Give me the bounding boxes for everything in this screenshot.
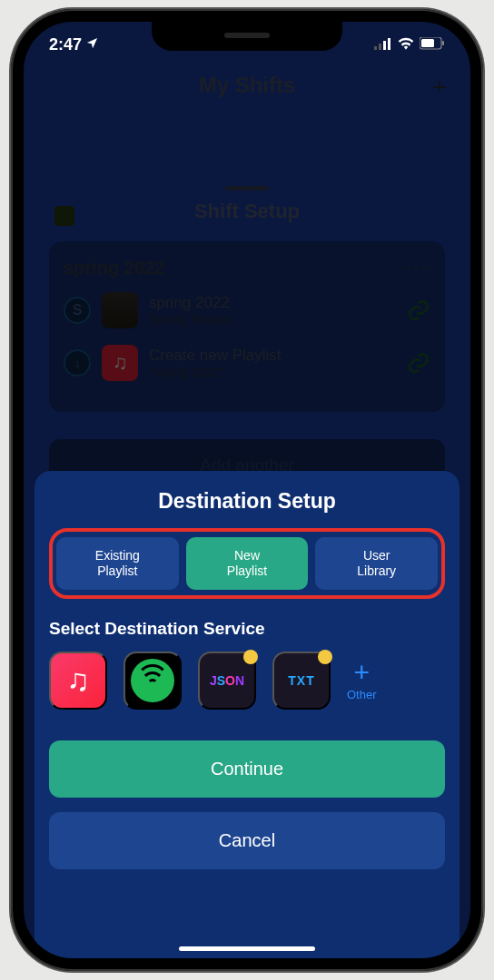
source-title: spring 2022 — [149, 294, 396, 312]
premium-badge-icon — [318, 650, 332, 664]
service-spotify[interactable] — [124, 652, 182, 710]
service-other[interactable]: + Other — [347, 659, 377, 701]
overlay-title: Destination Setup — [49, 489, 445, 514]
premium-badge-icon — [243, 650, 258, 664]
link-icon[interactable] — [407, 299, 430, 322]
json-icon: JSON — [210, 673, 244, 688]
home-indicator[interactable] — [179, 946, 315, 951]
service-json[interactable]: JSON — [198, 652, 256, 710]
battery-icon — [420, 35, 445, 54]
segment-user-library[interactable]: User Library — [315, 537, 438, 590]
notch — [152, 22, 342, 51]
segment-control: Existing Playlist New Playlist User Libr… — [56, 537, 438, 590]
svg-rect-1 — [379, 44, 381, 50]
svg-rect-3 — [388, 38, 390, 50]
playlist-thumbnail — [102, 292, 138, 328]
connector-line — [90, 318, 92, 363]
segment-existing-playlist[interactable]: Existing Playlist — [56, 537, 179, 590]
music-note-icon: ♫ — [66, 662, 90, 698]
source-row[interactable]: S spring 2022 Spotify Playlist — [64, 292, 430, 328]
txt-icon: TXT — [288, 673, 314, 688]
wifi-icon — [398, 35, 414, 54]
phone-screen: 2:47 My Shifts + — [24, 22, 470, 958]
service-txt[interactable]: TXT — [272, 652, 331, 710]
shift-card: spring 2022 ••• S spring 2022 Spotify Pl… — [49, 241, 445, 412]
destination-row[interactable]: ↓ ♫ Create new Playlist "spring 2022" — [64, 345, 430, 381]
other-label: Other — [347, 688, 377, 701]
svg-rect-2 — [383, 41, 386, 50]
segment-new-playlist[interactable]: New Playlist — [186, 537, 309, 590]
plus-icon[interactable]: + — [432, 73, 447, 102]
cancel-button[interactable]: Cancel — [49, 812, 445, 869]
highlight-annotation: Existing Playlist New Playlist User Libr… — [49, 528, 445, 599]
source-badge-icon: S — [64, 297, 91, 324]
cellular-icon — [374, 35, 392, 54]
destination-setup-sheet: Destination Setup Existing Playlist New … — [35, 471, 459, 958]
more-icon[interactable]: ••• — [404, 256, 430, 279]
svg-rect-5 — [421, 39, 434, 47]
continue-button[interactable]: Continue — [49, 740, 445, 798]
svg-rect-6 — [442, 41, 444, 45]
apple-music-icon: ♫ — [102, 345, 138, 381]
card-title: spring 2022 — [64, 258, 164, 279]
dest-subtitle: "spring 2022" — [149, 365, 396, 379]
background-layer: My Shifts + Shift Setup spring 2022 ••• … — [24, 73, 470, 98]
download-badge-icon: ↓ — [64, 349, 91, 377]
dest-title: Create new Playlist — [149, 347, 396, 365]
location-arrow-icon — [85, 35, 99, 54]
status-time: 2:47 — [49, 35, 82, 54]
page-title: My Shifts — [199, 73, 296, 97]
link-icon[interactable] — [407, 351, 430, 375]
svg-rect-0 — [374, 46, 377, 50]
phone-frame: 2:47 My Shifts + — [11, 9, 483, 971]
select-service-label: Select Destination Service — [49, 619, 445, 639]
sheet-title: Shift Setup — [35, 200, 459, 223]
service-apple-music[interactable]: ♫ — [49, 652, 107, 710]
spotify-icon — [131, 659, 174, 702]
plus-icon: + — [353, 659, 370, 686]
service-row: ♫ JSON TXT + Other — [49, 652, 445, 710]
sheet-handle[interactable] — [225, 186, 269, 191]
export-icon[interactable] — [54, 206, 74, 226]
source-subtitle: Spotify Playlist — [149, 312, 396, 327]
